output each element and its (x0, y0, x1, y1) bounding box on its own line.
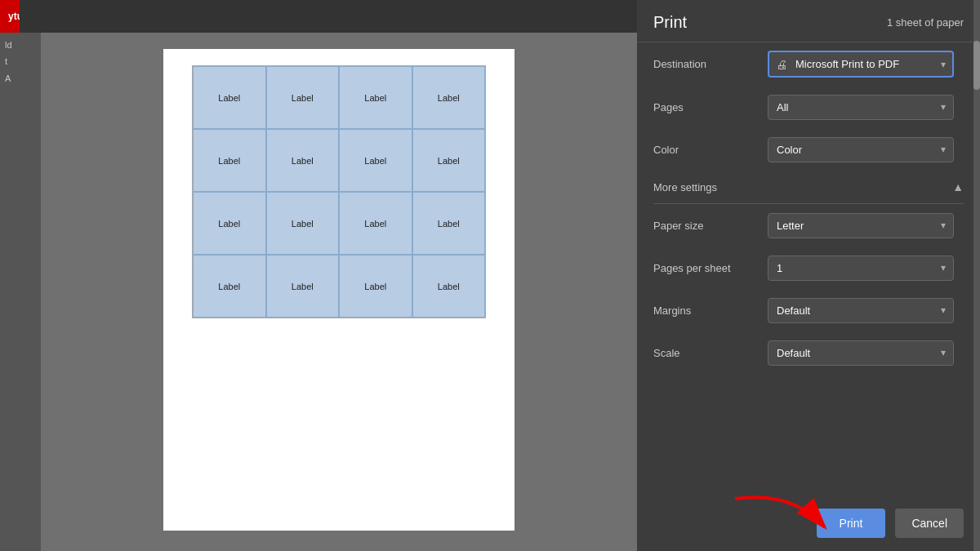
chevron-up-icon: ▲ (952, 180, 964, 193)
pages-label: Pages (653, 101, 768, 113)
sheet-count: 1 sheet of paper (887, 16, 964, 29)
pages-per-sheet-select[interactable]: 1 (768, 256, 954, 281)
scale-wrapper: Default (768, 340, 954, 366)
footer-area: Print Cancel (637, 499, 980, 551)
more-settings-row[interactable]: More settings ▲ (637, 171, 980, 203)
label-cell: Label (193, 129, 266, 192)
label-cell: Label (412, 129, 486, 192)
scale-label: Scale (653, 347, 768, 359)
label-cell: Label (266, 192, 340, 255)
label-cell: Label (193, 66, 266, 129)
youtube-tab-label: ytu (8, 11, 20, 22)
label-cell: Label (266, 66, 340, 129)
destination-row: Destination 🖨 Microsoft Print to PDF (637, 42, 980, 86)
paper-size-wrapper: Letter (768, 213, 954, 238)
print-body: Destination 🖨 Microsoft Print to PDF Pag… (637, 42, 980, 499)
destination-wrapper: 🖨 Microsoft Print to PDF (768, 51, 954, 78)
paper-size-row: Paper size Letter (637, 204, 980, 247)
printer-icon: 🖨 (776, 58, 787, 71)
more-settings-label: More settings (653, 181, 717, 193)
scale-select[interactable]: Default (768, 340, 954, 366)
sidebar-text-1: ld (5, 39, 36, 51)
margins-wrapper: Default (768, 298, 954, 323)
youtube-tab[interactable]: ytu (0, 0, 20, 33)
cancel-button[interactable]: Cancel (895, 509, 964, 538)
label-cell: Label (339, 66, 412, 129)
label-cell: Label (339, 192, 412, 255)
label-grid: LabelLabelLabelLabelLabelLabelLabelLabel… (192, 65, 486, 318)
paper-size-label: Paper size (653, 220, 768, 232)
label-cell: Label (266, 129, 340, 192)
scrollbar[interactable] (973, 0, 980, 551)
label-cell: Label (193, 192, 266, 255)
label-cell: Label (339, 255, 412, 318)
sidebar-left: ld t A (0, 33, 41, 551)
color-wrapper: Color (768, 137, 954, 162)
margins-label: Margins (653, 304, 768, 317)
label-cell: Label (339, 129, 412, 192)
sidebar-text-2: t (5, 56, 36, 67)
color-select[interactable]: Color (768, 137, 954, 162)
print-panel: Print 1 sheet of paper Destination 🖨 Mic… (637, 0, 980, 551)
print-title: Print (653, 13, 687, 32)
pages-per-sheet-row: Pages per sheet 1 (637, 247, 980, 289)
pages-wrapper: All (768, 95, 954, 120)
margins-row: Margins Default (637, 289, 980, 331)
scroll-thumb (973, 41, 980, 90)
print-footer: Print Cancel (637, 499, 980, 551)
label-cell: Label (412, 255, 486, 318)
pages-per-sheet-wrapper: 1 (768, 256, 954, 281)
label-cell: Label (412, 192, 486, 255)
top-bar: ytu (0, 0, 637, 33)
page-sheet: LabelLabelLabelLabelLabelLabelLabelLabel… (163, 49, 514, 531)
page-preview-area: LabelLabelLabelLabelLabelLabelLabelLabel… (41, 33, 637, 551)
margins-select[interactable]: Default (768, 298, 954, 323)
pages-select[interactable]: All (768, 95, 954, 120)
pages-per-sheet-label: Pages per sheet (653, 262, 768, 274)
content-area: ytu ld t A LabelLabelLabelLabelLabelLabe… (0, 0, 637, 551)
destination-select[interactable]: Microsoft Print to PDF (768, 51, 954, 78)
destination-label: Destination (653, 58, 768, 70)
color-label: Color (653, 144, 768, 156)
color-row: Color Color (637, 128, 980, 171)
label-cell: Label (193, 255, 266, 318)
scale-row: Scale Default (637, 331, 980, 374)
print-button[interactable]: Print (817, 509, 886, 538)
pages-row: Pages All (637, 86, 980, 128)
paper-size-select[interactable]: Letter (768, 213, 954, 238)
print-header: Print 1 sheet of paper (637, 0, 980, 42)
sidebar-text-3: A (5, 73, 36, 84)
label-cell: Label (266, 255, 340, 318)
label-cell: Label (412, 66, 486, 129)
